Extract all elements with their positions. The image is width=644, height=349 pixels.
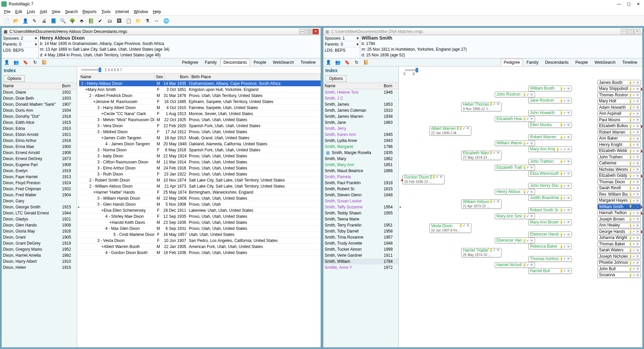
index-row[interactable]: Dixon, Harriet Amelia1882 xyxy=(2,252,77,258)
index-row[interactable]: Smith, J C xyxy=(323,95,398,101)
pedigree-person[interactable]: Elizabeth Giddy💡✔⛨ xyxy=(597,173,641,179)
gedcom-icon[interactable]: 🗂 xyxy=(106,17,113,24)
index-row[interactable]: Dixon, LTC Gerald Ernest1944 xyxy=(2,210,77,216)
pedigree-person[interactable]: Rebecca Baker💡✔⛨ xyxy=(528,244,572,249)
desc-row[interactable]: +James Colin Tangren M 18 Apr 1913 Moab,… xyxy=(79,135,321,141)
index-row[interactable]: Dixon, Gloria May1926 xyxy=(2,228,77,234)
parents-dropdown[interactable]: Parents: 0▾ xyxy=(2,41,38,47)
desc-row[interactable]: 3 - Vera Dixon F 22 Feb 1920 Spanish For… xyxy=(79,123,321,129)
index-row[interactable]: Smith, Jerry xyxy=(323,126,398,132)
pedigree-person[interactable]: William Aldous Dixon💡✔⛨21 Apr 1873-22 … xyxy=(461,199,501,209)
continuation-indicator[interactable] xyxy=(641,230,642,234)
research-icon[interactable]: 📁 xyxy=(134,17,142,24)
pedigree-person[interactable]: Thomas Dixon💡✔⛨ xyxy=(597,179,641,185)
child-minimize[interactable]: — xyxy=(299,29,305,34)
tab-websearch[interactable]: WebSearch xyxy=(270,59,297,66)
pedigree-person[interactable]: Adam Howarth💡✔⛨ xyxy=(597,105,641,110)
index-row[interactable]: Dixon, Doris Ann1934 xyxy=(2,107,77,113)
tab-people[interactable]: People xyxy=(251,59,269,66)
index-row[interactable]: Dixon, Dorothy "Dot"1918 xyxy=(2,113,77,119)
pedigree-person[interactable]: Nicholas Wenmouth💡✔⛨ xyxy=(597,167,641,172)
desc-row[interactable]: 4 - Gordon Dixon Booth M 16 Feb 1936 Pro… xyxy=(79,250,321,256)
desc-row[interactable]: 4 - Shirley Mae Dixon F 12 Sep 1935 Prov… xyxy=(79,213,321,219)
continuation-indicator[interactable] xyxy=(641,150,642,153)
bookmark-icon[interactable]: 🔖 xyxy=(22,59,29,65)
tab-family[interactable]: Family xyxy=(202,59,220,66)
tab-descendants[interactable]: Descendants xyxy=(542,59,572,66)
close-button[interactable]: ✕ xyxy=(637,2,640,6)
index-row[interactable]: Dixon, Eugene Parl1909 xyxy=(2,162,77,168)
index-row[interactable]: Dixon, Erma Mae1900 xyxy=(2,144,77,150)
index-row[interactable]: Smith, Jane1883 xyxy=(323,119,398,126)
menu-edit[interactable]: Edit xyxy=(13,9,24,15)
menu-view[interactable]: View xyxy=(50,9,62,15)
index-options-button[interactable]: Options xyxy=(4,75,25,82)
pedigree-person[interactable]: Johanna Wright💡✔⛨ xyxy=(597,235,641,241)
pedigree-person[interactable]: Ebenezer Hands💡✔⛨ xyxy=(495,238,535,243)
generations-slider[interactable]: 2 3 4 5 6 7 xyxy=(79,66,321,73)
index-row[interactable]: Dixon, Diane1932 xyxy=(2,89,77,95)
pedigree-person[interactable]: Mary Ann Smith💡✔⛨ xyxy=(495,213,535,219)
pedigree-person[interactable]: Ann Healey💡✔⛨ xyxy=(597,223,641,228)
child-minimize[interactable]: — xyxy=(621,29,627,34)
child-maximize[interactable]: ▢ xyxy=(306,29,312,34)
pedigree-person[interactable]: Phoebe Johnson💡✔⛨ xyxy=(597,260,641,265)
desc-row[interactable]: +Harriet "Hattie" Hands F 25 May 1874 Bi… xyxy=(79,189,321,195)
pedigree-person[interactable]: Hannah Twilton💡✔⛨ xyxy=(597,210,641,216)
desc-row[interactable]: 4 - Max Glen Dixon M 6 Sep 1931 Provo, U… xyxy=(79,226,321,232)
index-row[interactable]: Smith, Trina Roxanne1957 xyxy=(323,234,398,240)
pedigree-person[interactable]: Thomas Rostron💡✔⛨ xyxy=(597,92,641,98)
desc-row[interactable]: 2 - Albert Fredrick Dixon M 31 Mar 1876 … xyxy=(79,93,321,99)
index-row[interactable]: Smith, Karen Ann1945 xyxy=(323,132,398,138)
add-person-icon[interactable]: 👤 xyxy=(21,17,29,24)
print-icon[interactable]: 🖨 xyxy=(40,17,48,24)
menu-file[interactable]: File xyxy=(2,9,12,15)
refresh-icon[interactable]: ↻ xyxy=(32,59,38,65)
tab-pedigree[interactable]: Pedigree xyxy=(179,59,201,66)
minimize-button[interactable]: — xyxy=(617,2,621,6)
desc-row[interactable]: 3 - Ruth Dixon F 23 Jan 1922 Provo, Utah… xyxy=(79,171,321,177)
index-row[interactable]: Dixon, Harry Albert1910 xyxy=(2,258,77,264)
index-row[interactable]: Smith, Mary1862 xyxy=(323,156,398,162)
index-row[interactable]: Dixon, Eldon Arnold1921 xyxy=(2,132,77,138)
pedigree-person[interactable]: John Trathen💡✔⛨ xyxy=(597,154,641,160)
family-icon[interactable]: 👥 xyxy=(13,59,19,65)
pedigree-person[interactable]: Elizabeth Howarth💡✔⛨ xyxy=(495,116,535,122)
pedigree-person[interactable]: Mary Ann Brown💡✔⛨ xyxy=(528,219,572,225)
index-row[interactable]: Dixon, Gregory Marks1952 xyxy=(2,246,77,252)
person-icon[interactable]: 👤 xyxy=(325,59,331,65)
index-row[interactable]: Smith, Maud Beatrice1886 xyxy=(323,168,398,174)
root-back-indicator[interactable] xyxy=(401,179,403,182)
todo-icon[interactable]: 📋 xyxy=(125,17,132,24)
index-row[interactable]: Dixon, Dixie Beth1933 xyxy=(2,95,77,101)
pedigree-person[interactable]: William Smith💡✔⛨ xyxy=(597,204,641,209)
desc-row[interactable]: +Harold Keith Davis M 23 Sep 1936 Provo,… xyxy=(79,219,321,226)
index-options-button[interactable]: Options xyxy=(325,75,346,82)
index-row[interactable]: Dixon, Gary xyxy=(2,198,77,204)
tab-websearch[interactable]: WebSearch xyxy=(592,59,619,66)
index-row[interactable]: Smith, Lydia Anne1943 xyxy=(323,138,398,144)
child-close[interactable]: ✕ xyxy=(634,29,640,34)
pedigree-person[interactable]: Joseph Nicholes💡✔⛨ xyxy=(597,254,641,259)
index-row[interactable]: Smith, Robert Sr.1815 xyxy=(323,186,398,192)
index-row[interactable]: Smith, Trudy Annette1948 xyxy=(323,240,398,246)
menu-lists[interactable]: Lists xyxy=(25,9,37,15)
history-icon[interactable]: 📔 xyxy=(41,59,47,65)
desc-row[interactable]: +Elva Ellen Schemensky F 28 Dec 1911 Lak… xyxy=(79,207,321,213)
desc-row[interactable]: 3 - William Hands Dixon M 22 May 1906 Pr… xyxy=(79,195,321,201)
index-row[interactable]: ▦Smith, Margie Rosella1935 xyxy=(323,150,398,156)
pedigree-person[interactable]: John Howarth💡✔⛨ xyxy=(528,110,572,116)
pedigree-person[interactable]: Thomas Baker💡✔⛨ xyxy=(597,241,641,247)
search-icon[interactable]: 🔍 xyxy=(59,17,66,24)
menu-help[interactable]: Help xyxy=(151,9,163,15)
pedigree-person[interactable]: Harriet Bull💡✔⛨ xyxy=(528,268,572,274)
index-row[interactable]: Smith, Helene Toni1946 xyxy=(323,89,398,95)
desc-row[interactable]: 3 - Elmo Arthur Dixon M 24 Feb 1916 Prov… xyxy=(79,165,321,171)
maximize-button[interactable]: ▢ xyxy=(627,2,631,6)
index-row[interactable]: Dixon, George Smith1915 xyxy=(2,204,77,210)
menu-search[interactable]: Search xyxy=(63,9,80,15)
index-row[interactable]: Dixon, Gladys1921 xyxy=(2,216,77,222)
web-icon[interactable]: 🌐 xyxy=(162,17,170,24)
pedigree-person[interactable]: Elizabeth Trathen💡✔⛨ xyxy=(495,165,535,170)
tree-icon[interactable]: 🌳 xyxy=(68,17,76,24)
